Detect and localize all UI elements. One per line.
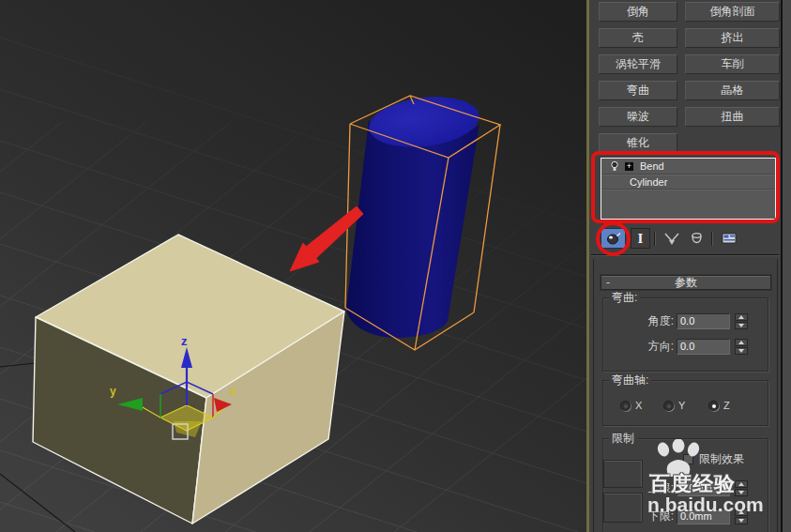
panel-separator bbox=[591, 254, 779, 256]
modifier-button-bevel[interactable]: 倒角 bbox=[599, 2, 677, 22]
limits-side-box-2 bbox=[603, 493, 643, 523]
pin-stack-icon bbox=[605, 231, 622, 246]
spinner-up[interactable] bbox=[735, 480, 748, 488]
lightbulb-icon bbox=[610, 160, 619, 172]
radio-y-label: Y bbox=[678, 400, 685, 411]
bend-group-label: 弯曲: bbox=[609, 291, 640, 304]
modifier-button-lathe[interactable]: 车削 bbox=[685, 54, 780, 74]
upper-limit-spinner[interactable] bbox=[735, 480, 748, 496]
lower-limit-field[interactable]: 0.0mm bbox=[677, 509, 730, 524]
modifier-stack-list: + Bend Cylinder bbox=[601, 158, 776, 220]
collapse-icon[interactable]: - bbox=[606, 276, 610, 289]
spinner-down[interactable] bbox=[735, 489, 748, 496]
configure-modifier-sets-button[interactable] bbox=[718, 228, 740, 249]
stack-toolbar: I bbox=[601, 228, 740, 249]
lower-limit-spinner[interactable] bbox=[735, 509, 748, 524]
stack-item-bend[interactable]: + Bend bbox=[601, 159, 775, 175]
radio-x-label: X bbox=[635, 400, 642, 411]
modifier-button-bevel-profile[interactable]: 倒角剖面 bbox=[685, 2, 780, 22]
toolbar-divider bbox=[654, 232, 655, 246]
angle-field[interactable]: 0.0 bbox=[677, 313, 730, 329]
stack-item-cylinder[interactable]: Cylinder bbox=[601, 175, 775, 190]
command-panel: 倒角 倒角剖面 壳 挤出 涡轮平滑 车削 弯曲 晶格 噪波 扭曲 锥化 + Be… bbox=[589, 0, 791, 532]
perspective-viewport[interactable]: z y x bbox=[0, 0, 589, 532]
upper-limit-field[interactable]: 0.0mm bbox=[677, 480, 730, 496]
show-end-result-button[interactable]: I bbox=[631, 228, 650, 249]
panel-right-strip[interactable] bbox=[781, 0, 791, 532]
stack-item-label: Bend bbox=[640, 160, 664, 172]
spinner-down[interactable] bbox=[735, 322, 748, 329]
remove-modifier-icon bbox=[690, 232, 704, 245]
direction-label: 方向: bbox=[603, 339, 674, 355]
modifier-button-shell[interactable]: 壳 bbox=[599, 28, 677, 48]
make-unique-icon bbox=[663, 232, 680, 246]
y-axis-label: y bbox=[110, 385, 116, 398]
angle-label: 角度: bbox=[603, 313, 674, 329]
limits-group-label: 限制 bbox=[609, 432, 637, 445]
modifier-button-extrude[interactable]: 挤出 bbox=[685, 28, 780, 48]
pin-stack-button[interactable] bbox=[601, 228, 626, 249]
toolbar-divider bbox=[711, 232, 712, 246]
parameters-rollout-header[interactable]: - 参数 bbox=[601, 275, 771, 290]
spinner-up[interactable] bbox=[735, 313, 748, 321]
make-unique-button[interactable] bbox=[661, 228, 683, 249]
direction-spinner[interactable] bbox=[735, 339, 748, 355]
modifier-button-lattice[interactable]: 晶格 bbox=[685, 81, 780, 100]
bend-axis-group: 弯曲轴: X Y Z bbox=[602, 380, 768, 426]
x-axis-label: x bbox=[230, 385, 236, 398]
z-axis-label: z bbox=[181, 334, 188, 348]
modifier-button-twist[interactable]: 扭曲 bbox=[685, 107, 780, 127]
bend-group: 弯曲: 角度: 0.0 方向: 0.0 bbox=[602, 297, 768, 372]
radio-z-label: Z bbox=[723, 400, 730, 411]
spinner-down[interactable] bbox=[735, 347, 748, 355]
configure-modifier-sets-icon bbox=[722, 232, 738, 245]
modifier-button-taper[interactable]: 锥化 bbox=[599, 133, 677, 153]
radio-z[interactable]: Z bbox=[708, 400, 730, 411]
modifier-button-noise[interactable]: 噪波 bbox=[599, 107, 677, 127]
modifier-button-empty-slot bbox=[685, 133, 780, 153]
angle-spinner[interactable] bbox=[735, 313, 748, 329]
spinner-up[interactable] bbox=[735, 339, 748, 346]
radio-y-circle[interactable] bbox=[663, 401, 674, 411]
viewport-canvas: z y x bbox=[0, 0, 586, 532]
direction-row: 方向: 0.0 bbox=[603, 339, 768, 355]
modifier-button-turbosmooth[interactable]: 涡轮平滑 bbox=[599, 54, 677, 74]
radio-x-circle[interactable] bbox=[620, 401, 631, 411]
rollout-title: 参数 bbox=[675, 276, 697, 289]
remove-modifier-button[interactable] bbox=[685, 228, 707, 249]
limit-effect-checkbox[interactable] bbox=[683, 454, 693, 464]
radio-x[interactable]: X bbox=[620, 400, 642, 411]
angle-row: 角度: 0.0 bbox=[603, 313, 768, 329]
limit-effect-label: 限制效果 bbox=[699, 451, 744, 467]
axis-radio-row: X Y Z bbox=[603, 400, 768, 415]
show-end-result-icon: I bbox=[638, 231, 644, 247]
modifier-button-bend[interactable]: 弯曲 bbox=[599, 81, 677, 100]
spinner-down[interactable] bbox=[735, 517, 748, 524]
bend-axis-group-label: 弯曲轴: bbox=[609, 373, 651, 387]
stack-item-label: Cylinder bbox=[630, 176, 667, 188]
expand-plus-icon[interactable]: + bbox=[625, 162, 633, 171]
modifier-button-grid: 倒角 倒角剖面 壳 挤出 涡轮平滑 车削 弯曲 晶格 噪波 扭曲 锥化 bbox=[599, 2, 780, 153]
3dsmax-window: z y x 倒角 倒角剖面 壳 挤出 涡轮平滑 车削 弯曲 晶格 噪波 扭曲 锥… bbox=[0, 0, 791, 532]
direction-field[interactable]: 0.0 bbox=[677, 339, 730, 355]
spinner-up[interactable] bbox=[735, 509, 748, 516]
radio-y[interactable]: Y bbox=[663, 400, 685, 411]
radio-z-circle[interactable] bbox=[708, 401, 719, 411]
limits-side-box-1 bbox=[603, 460, 643, 488]
